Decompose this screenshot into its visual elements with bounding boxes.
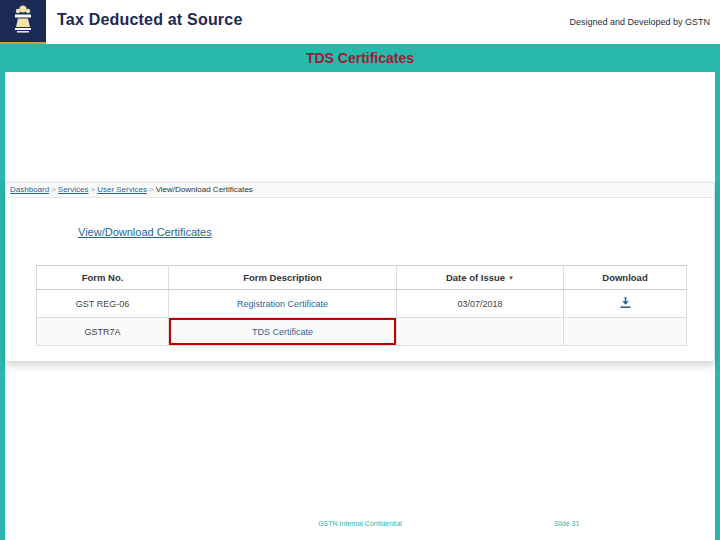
registration-certificate-link[interactable]: Registration Certificate	[237, 299, 328, 309]
cell-form-no: GSTR7A	[37, 318, 169, 346]
cell-date-of-issue	[397, 318, 564, 346]
col-header-label: Form Description	[243, 272, 322, 283]
sort-desc-icon[interactable]: ▼	[508, 275, 514, 281]
breadcrumb-dashboard[interactable]: Dashboard	[10, 185, 49, 194]
breadcrumb-separator: >	[51, 185, 56, 194]
breadcrumb-user-services[interactable]: User Services	[97, 185, 147, 194]
banner-band: TDS Certificates	[0, 44, 720, 72]
top-header: Tax Deducted at Source Designed and Deve…	[0, 0, 720, 44]
credit-text: Designed and Developed by GSTN	[569, 17, 710, 27]
cell-form-description: Registration Certificate	[169, 290, 397, 318]
banner-title: TDS Certificates	[0, 44, 720, 72]
breadcrumb-current: View/Download Certificates	[156, 185, 253, 194]
cell-form-no: GST REG-06	[37, 290, 169, 318]
table-header-row: Form No. Form Description Date of Issue▼…	[37, 266, 687, 290]
cell-date-of-issue: 03/07/2018	[397, 290, 564, 318]
right-edge-strip	[715, 72, 720, 540]
breadcrumb: Dashboard>Services>User Services>View/Do…	[6, 183, 714, 198]
certificates-table: Form No. Form Description Date of Issue▼…	[36, 265, 687, 346]
table-row: GST REG-06 Registration Certificate 03/0…	[37, 290, 687, 318]
col-header-download: Download	[564, 266, 687, 290]
slide-number: Slide 31	[554, 520, 579, 527]
breadcrumb-services[interactable]: Services	[58, 185, 89, 194]
footer-confidential-text: GSTN Internal Confidential	[0, 520, 720, 527]
breadcrumb-separator: >	[149, 185, 154, 194]
view-download-certificates-link[interactable]: View/Download Certificates	[78, 226, 212, 238]
breadcrumb-separator: >	[91, 185, 96, 194]
logo-block	[0, 0, 46, 44]
cell-form-description: TDS Certificate	[169, 318, 397, 346]
col-header-label: Download	[602, 272, 647, 283]
portal-screenshot: Dashboard>Services>User Services>View/Do…	[5, 182, 715, 362]
table-row: GSTR7A TDS Certificate	[37, 318, 687, 346]
download-icon[interactable]	[619, 296, 632, 309]
cell-download	[564, 290, 687, 318]
page-title: Tax Deducted at Source	[57, 11, 243, 29]
tds-certificate-link[interactable]: TDS Certificate	[252, 327, 313, 337]
col-header-date-of-issue[interactable]: Date of Issue▼	[397, 266, 564, 290]
slide: Tax Deducted at Source Designed and Deve…	[0, 0, 720, 540]
cell-download	[564, 318, 687, 346]
col-header-label: Form No.	[82, 272, 124, 283]
col-header-form-description: Form Description	[169, 266, 397, 290]
col-header-form-no: Form No.	[37, 266, 169, 290]
national-emblem-icon	[11, 4, 35, 38]
col-header-label: Date of Issue	[446, 272, 505, 283]
